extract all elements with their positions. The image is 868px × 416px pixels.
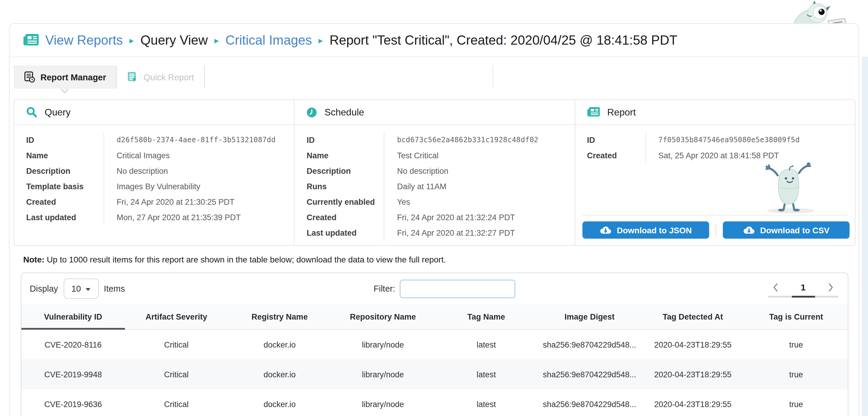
breadcrumb-view-reports[interactable]: View Reports [45,32,123,48]
field-row: Created Sat, 25 Apr 2020 at 18:41:58 PDT [575,148,855,163]
field-row: Template basis Images By Vulnerability [14,179,294,194]
breadcrumb: View Reports ▸ Query View ▸ Critical Ima… [9,24,859,57]
report-panel-divider [582,215,848,215]
column-header-tag-is-current[interactable]: Tag is Current [745,304,848,329]
panel-title: Schedule [324,107,364,118]
column-header-tag-name[interactable]: Tag Name [435,304,538,329]
report-panel: Report ID 7f05035b847546ea95080e5e38009f… [575,100,855,245]
cell-tag-detected-at: 2020-04-23T18:29:55 [641,330,745,359]
query-panel-rows: ID d26f580b-2374-4aee-81ff-3b51321087dd … [14,125,294,225]
previous-page-button[interactable] [772,283,779,292]
field-label: Last updated [14,209,103,225]
tab-label: Report Manager [40,72,106,82]
cell-image-digest: sha256:9e8704229d548... [538,330,641,359]
field-row: ID bcd673c56e2a4862b331c1928c48df02 [295,132,575,148]
field-row: Name Critical Images [14,148,294,163]
field-label: Description [14,163,103,179]
field-value: Fri, 24 Apr 2020 at 21:30:25 PDT [103,194,294,209]
chevron-right-icon: ▸ [129,35,134,46]
table-controls: Display 10 Items Filter: [22,273,848,304]
current-page-number[interactable]: 1 [801,282,806,292]
reports-icon [23,33,39,47]
cell-vulnerability-id: CVE-2019-9948 [22,359,125,389]
field-label: Template basis [14,179,103,194]
table-row: CVE-2020-8116 Critical docker.io library… [22,330,848,359]
column-header-vulnerability-id[interactable]: Vulnerability ID [22,304,125,329]
field-label: ID [575,132,645,148]
column-header-repository-name[interactable]: Repository Name [331,304,435,329]
report-view-screen: View Reports ▸ Query View ▸ Critical Ima… [0,0,868,416]
field-value: No description [103,163,294,179]
field-row: Created Fri, 24 Apr 2020 at 21:30:25 PDT [14,194,294,209]
field-value: Critical Images [103,148,294,163]
panel-title: Query [44,107,70,118]
cell-repository-name: library/node [331,330,435,359]
mascot-waving-illustration [759,162,822,214]
cell-registry-name: docker.io [228,359,331,389]
cloud-download-icon [743,226,755,235]
cell-artifact-severity: Critical [125,359,228,389]
column-header-registry-name[interactable]: Registry Name [228,304,331,329]
filter-input[interactable] [400,279,516,298]
field-value: d26f580b-2374-4aee-81ff-3b51321087dd [103,132,294,148]
schedule-panel-rows: ID bcd673c56e2a4862b331c1928c48df02 Name… [295,125,575,240]
next-page-button[interactable] [827,283,835,292]
field-row: Name Test Critical [295,148,575,163]
report-manager-icon [24,71,35,83]
cell-vulnerability-id: CVE-2019-9636 [22,389,125,416]
tab-quick-report[interactable]: Quick Report [117,65,205,89]
breadcrumb-query-view: Query View [141,32,208,48]
clock-icon [307,107,317,118]
query-panel: Query ID d26f580b-2374-4aee-81ff-3b51321… [14,100,294,245]
tab-bar-filler [205,65,493,89]
pagination: 1 [768,278,838,297]
field-value: Images By Vulnerability [103,179,294,194]
download-json-button[interactable]: Download to JSON [582,221,709,239]
field-value: Yes [384,194,575,209]
report-panel-header: Report [575,100,855,125]
note-prefix: Note: [23,255,44,264]
items-label: Items [104,284,125,293]
download-csv-button[interactable]: Download to CSV [723,221,849,239]
field-label: Created [575,148,645,163]
filter-label: Filter: [374,284,395,293]
column-header-artifact-severity[interactable]: Artifact Severity [125,304,228,329]
field-label: Last updated [295,225,384,240]
tab-report-manager[interactable]: Report Manager [14,65,117,89]
cell-image-digest: sha256:9e8704229d548... [538,389,641,416]
field-value: Fri, 24 Apr 2020 at 21:32:27 PDT [384,225,575,240]
field-row: ID d26f580b-2374-4aee-81ff-3b51321087dd [14,132,294,148]
field-value: 7f05035b847546ea95080e5e38009f5d [645,132,855,148]
breadcrumb-report-title: Report "Test Critical", Created: 2020/04… [330,32,677,48]
field-row: Last updated Fri, 24 Apr 2020 at 21:32:2… [295,225,575,240]
column-header-tag-detected-at[interactable]: Tag Detected At [641,304,745,329]
pagination-track [768,296,838,297]
vertical-scrollbar[interactable] [862,57,868,416]
breadcrumb-critical-images[interactable]: Critical Images [225,32,312,48]
display-label: Display [30,284,58,293]
field-row: ID 7f05035b847546ea95080e5e38009f5d [575,132,855,148]
cell-image-digest: sha256:9e8704229d548... [538,359,641,389]
chevron-right-icon: ▸ [214,35,220,46]
pagination-thumb[interactable] [792,296,815,297]
button-separator [716,224,716,237]
search-icon [26,107,37,118]
items-per-page-dropdown[interactable]: 10 [63,278,98,299]
field-value: Test Critical [384,148,575,163]
field-value: Mon, 27 Apr 2020 at 21:35:39 PDT [103,209,294,225]
cell-repository-name: library/node [331,389,435,416]
note-body: Up to 1000 result items for this report … [44,255,446,264]
cell-artifact-severity: Critical [125,389,228,416]
cell-tag-name: latest [435,389,538,416]
report-icon [587,107,600,118]
column-header-image-digest[interactable]: Image Digest [538,304,641,329]
cell-tag-detected-at: 2020-04-23T18:29:55 [641,359,745,389]
field-value: bcd673c56e2a4862b331c1928c48df02 [384,132,575,148]
query-panel-header: Query [14,100,294,125]
field-label: Name [295,148,384,163]
table-row: CVE-2019-9636 Critical docker.io library… [22,389,848,416]
cloud-download-icon [599,226,611,235]
panel-title: Report [607,107,636,118]
quick-report-icon [127,71,138,83]
pagination-row: 1 [768,278,838,296]
